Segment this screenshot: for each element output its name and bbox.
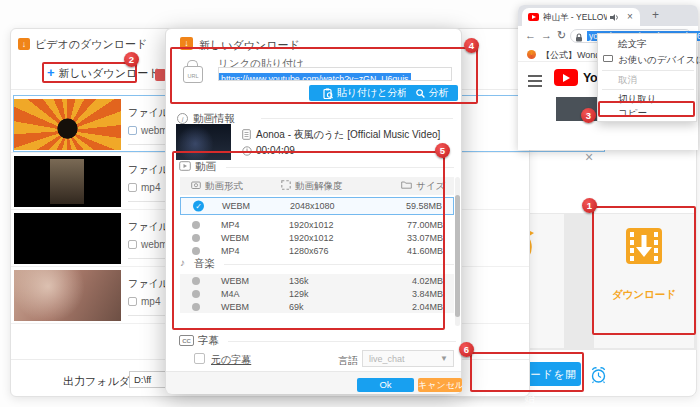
cc-icon: CC: [179, 335, 194, 346]
chevron-down-icon: ▼: [440, 351, 448, 367]
forward-icon[interactable]: →: [541, 29, 552, 41]
highlight-box-step4: [170, 47, 478, 104]
scrollbar-thumb[interactable]: [455, 195, 460, 317]
highlight-box-step1: [592, 206, 696, 335]
step-badge-3: 3: [581, 108, 596, 123]
highlight-box-step3: [598, 101, 695, 117]
info-icon: i: [177, 113, 188, 124]
video-title: Aonoa - 夜風のうた [Official Music Video]: [256, 128, 440, 142]
scrollbar[interactable]: [455, 177, 460, 326]
highlight-box-step5: [172, 151, 445, 330]
download-icon: ↓: [18, 38, 30, 50]
back-icon[interactable]: ←: [525, 29, 536, 41]
window-title: ビデオのダウンロード: [35, 37, 147, 52]
document-icon: [242, 129, 251, 140]
alarm-clock-icon[interactable]: [590, 366, 607, 384]
subtitle-section-label: 字幕: [198, 334, 219, 348]
language-value: live_chat: [369, 354, 405, 364]
language-select[interactable]: live_chat▼: [362, 350, 454, 367]
video-thumbnail: [14, 270, 121, 321]
dialog-footer: [166, 371, 461, 394]
step-badge-6: 6: [459, 342, 474, 357]
step-badge-2: 2: [124, 52, 139, 67]
original-subtitle-label[interactable]: 元の字幕: [211, 353, 251, 367]
file-format: webm: [128, 239, 168, 250]
tab-title: 神山羊 - YELLOW【Music Vid: [543, 12, 607, 24]
lock-icon: [575, 33, 583, 42]
file-format: mp4: [128, 182, 160, 193]
ok-button[interactable]: Ok: [357, 378, 414, 392]
reload-icon[interactable]: ↻: [557, 29, 566, 42]
language-label: 言語: [338, 354, 358, 368]
tab-close-icon[interactable]: ×: [627, 11, 633, 22]
youtube-favicon: [528, 13, 539, 21]
browser-tab[interactable]: 神山羊 - YELLOW【Music Vid ×: [522, 8, 640, 26]
menu-item-undo: 取消: [618, 74, 637, 87]
format-icon: [128, 183, 137, 192]
screenshot-stage: × 変 換: [0, 0, 700, 407]
highlight-box-step6: [470, 352, 584, 392]
file-format: mp4: [128, 296, 160, 307]
send-to-device-icon: [603, 55, 613, 62]
format-icon: [128, 240, 137, 249]
step-badge-4: 4: [464, 38, 479, 53]
original-subtitle-checkbox[interactable]: [194, 353, 205, 364]
menu-item-send-to-device[interactable]: お使いのデバイスに送信: [618, 54, 700, 67]
speaker-icon[interactable]: [610, 13, 619, 22]
menu-item-emoji[interactable]: 絵文字: [618, 38, 647, 51]
video-thumbnail: [14, 156, 121, 207]
step-badge-1: 1: [582, 198, 597, 213]
cancel-button[interactable]: キャンセル: [418, 378, 462, 392]
video-thumbnail: [14, 213, 121, 264]
new-tab-icon[interactable]: +: [652, 8, 659, 22]
hamburger-icon[interactable]: [528, 75, 542, 90]
highlight-box-step2: [42, 62, 137, 83]
wonderfox-favicon: [527, 50, 536, 59]
youtube-logo-icon[interactable]: [554, 69, 578, 86]
step-badge-5: 5: [435, 143, 450, 158]
format-icon: [128, 297, 137, 306]
